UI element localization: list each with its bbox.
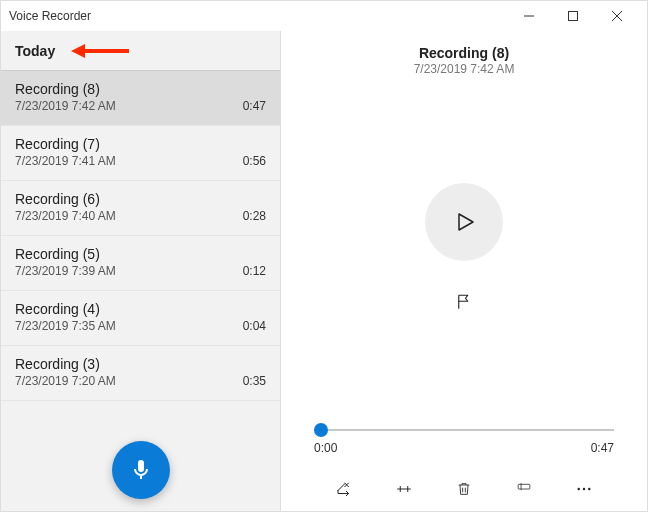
list-item-title: Recording (8)	[15, 81, 100, 97]
titlebar: Voice Recorder	[1, 1, 647, 31]
play-button[interactable]	[425, 183, 503, 261]
sidebar: Today Recording (8)7/23/2019 7:42 AM0:47…	[1, 31, 281, 511]
timeline-duration: 0:47	[591, 441, 614, 455]
rename-icon	[514, 482, 534, 496]
list-item-title: Recording (5)	[15, 246, 100, 262]
list-item[interactable]: Recording (6)7/23/2019 7:40 AM0:28	[1, 181, 280, 236]
app-window: Voice Recorder Today Recording (8)7/23/2…	[0, 0, 648, 512]
list-item-time: 7/23/2019 7:40 AM	[15, 209, 116, 223]
section-header: Today	[1, 31, 280, 71]
list-item-duration: 0:35	[243, 374, 266, 388]
list-item-title: Recording (4)	[15, 301, 100, 317]
svg-marker-5	[71, 44, 85, 58]
trash-icon	[456, 481, 472, 497]
list-item-time: 7/23/2019 7:39 AM	[15, 264, 116, 278]
trim-button[interactable]	[394, 479, 414, 499]
svg-point-9	[578, 488, 580, 490]
maximize-icon	[568, 11, 578, 21]
share-icon	[335, 480, 353, 498]
app-title: Voice Recorder	[9, 9, 91, 23]
list-item-time: 7/23/2019 7:41 AM	[15, 154, 116, 168]
minimize-icon	[524, 11, 534, 21]
list-item[interactable]: Recording (4)7/23/2019 7:35 AM0:04	[1, 291, 280, 346]
timeline[interactable]: 0:00 0:47	[314, 423, 614, 455]
close-button[interactable]	[595, 2, 639, 30]
timeline-position: 0:00	[314, 441, 337, 455]
list-item-duration: 0:04	[243, 319, 266, 333]
list-item-title: Recording (3)	[15, 356, 100, 372]
list-item-time: 7/23/2019 7:20 AM	[15, 374, 116, 388]
timeline-track	[314, 429, 614, 431]
maximize-button[interactable]	[551, 2, 595, 30]
svg-point-10	[583, 488, 585, 490]
list-item[interactable]: Recording (7)7/23/2019 7:41 AM0:56	[1, 126, 280, 181]
more-button[interactable]	[574, 479, 594, 499]
list-item[interactable]: Recording (5)7/23/2019 7:39 AM0:12	[1, 236, 280, 291]
trim-icon	[395, 480, 413, 498]
record-button[interactable]	[112, 441, 170, 499]
rename-button[interactable]	[514, 479, 534, 499]
svg-point-11	[588, 488, 590, 490]
minimize-button[interactable]	[507, 2, 551, 30]
detail-subtitle: 7/23/2019 7:42 AM	[414, 62, 515, 76]
close-icon	[612, 11, 622, 21]
play-icon	[452, 210, 476, 234]
list-item-duration: 0:47	[243, 99, 266, 113]
list-item-time: 7/23/2019 7:42 AM	[15, 99, 116, 113]
list-item-duration: 0:28	[243, 209, 266, 223]
delete-button[interactable]	[454, 479, 474, 499]
detail-title: Recording (8)	[414, 45, 515, 61]
section-label: Today	[15, 43, 55, 59]
list-item-duration: 0:56	[243, 154, 266, 168]
more-icon	[575, 480, 593, 498]
list-item-duration: 0:12	[243, 264, 266, 278]
detail-toolbar	[281, 467, 647, 511]
microphone-icon	[129, 458, 153, 482]
detail-pane: Recording (8) 7/23/2019 7:42 AM	[281, 31, 647, 511]
flag-icon	[455, 293, 473, 311]
list-item-title: Recording (6)	[15, 191, 100, 207]
svg-marker-6	[459, 214, 473, 230]
list-item[interactable]: Recording (8)7/23/2019 7:42 AM0:47	[1, 71, 280, 126]
list-item-title: Recording (7)	[15, 136, 100, 152]
add-marker-button[interactable]	[449, 287, 479, 317]
list-item[interactable]: Recording (3)7/23/2019 7:20 AM0:35	[1, 346, 280, 401]
timeline-knob[interactable]	[314, 423, 328, 437]
share-button[interactable]	[334, 479, 354, 499]
list-item-time: 7/23/2019 7:35 AM	[15, 319, 116, 333]
svg-rect-1	[569, 12, 578, 21]
annotation-arrow-icon	[71, 41, 131, 61]
svg-rect-7	[518, 484, 530, 489]
